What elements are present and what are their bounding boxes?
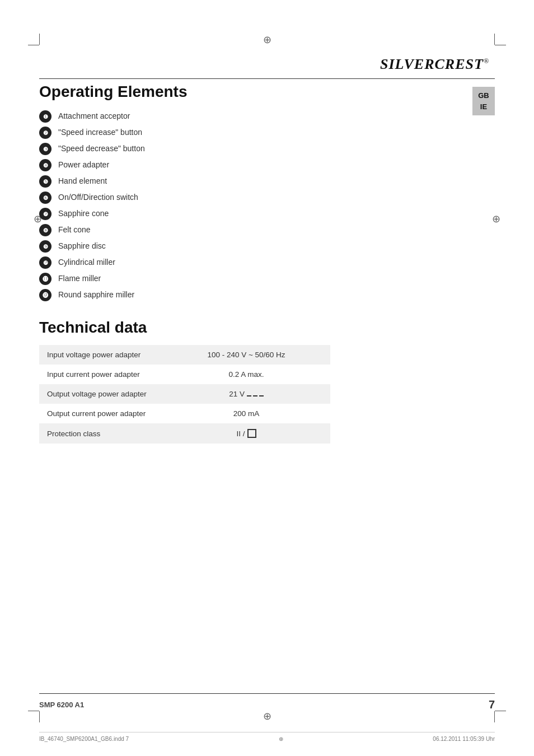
item-text-4: Power adapter: [58, 160, 109, 171]
main-content: Operating Elements ❶ Attachment acceptor…: [39, 83, 467, 444]
corner-mark-tr-v: [494, 34, 495, 45]
table-row: Output current power adapter 200 mA: [39, 404, 330, 423]
item-text-7: Sapphire cone: [58, 208, 109, 220]
page: ⊕ ⊕ ⊕ SILVERCREST® GB IE Operating Eleme…: [0, 0, 534, 756]
list-item: ❿ Cylindrical miller: [39, 257, 467, 269]
item-text-11: Flame miller: [58, 273, 101, 284]
dc-line-2: [253, 395, 257, 396]
value-output-current: 200 mA: [162, 404, 330, 423]
table-row: Output voltage power adapter 21 V: [39, 384, 330, 404]
corner-mark-bl-h: [28, 711, 39, 711]
file-name: IB_46740_SMP6200A1_GB6.indd 7: [39, 736, 129, 742]
param-output-current: Output current power adapter: [39, 404, 162, 423]
item-number-9: ❾: [39, 240, 51, 253]
item-number-3: ❸: [39, 143, 51, 155]
header-rule: [39, 78, 495, 79]
item-number-1: ❶: [39, 110, 51, 123]
item-text-3: "Speed decrease" button: [58, 143, 145, 155]
list-item: ❶ Attachment acceptor: [39, 111, 467, 123]
lang-ie: IE: [475, 101, 492, 113]
dc-line-1: [247, 395, 251, 396]
item-text-6: On/Off/Direction switch: [58, 192, 138, 203]
item-number-11: ⓫: [39, 273, 51, 285]
list-item: ❹ Power adapter: [39, 160, 467, 172]
param-input-current: Input current power adapter: [39, 365, 162, 384]
dc-symbol: [247, 395, 264, 396]
crosshair-right: ⊕: [492, 213, 500, 225]
item-number-2: ❷: [39, 127, 51, 139]
technical-data-table: Input voltage power adapter 100 - 240 V …: [39, 345, 330, 444]
corner-mark-tl-h: [28, 45, 39, 45]
value-output-voltage: 21 V: [162, 384, 330, 404]
table-row: Protection class II /: [39, 423, 330, 444]
item-number-7: ❼: [39, 208, 51, 220]
table-row: Input current power adapter 0.2 A max.: [39, 365, 330, 384]
item-number-4: ❹: [39, 159, 51, 171]
item-text-12: Round sapphire miller: [58, 290, 134, 301]
brand-name: SILVERCREST®: [380, 56, 489, 72]
value-input-voltage: 100 - 240 V ~ 50/60 Hz: [162, 345, 330, 365]
list-item: ❾ Sapphire disc: [39, 241, 467, 253]
footer-content: SMP 6200 A1 7: [39, 698, 495, 711]
operating-elements-list: ❶ Attachment acceptor ❷ "Speed increase"…: [39, 111, 467, 302]
page-footer: SMP 6200 A1 7: [39, 693, 495, 711]
value-input-current: 0.2 A max.: [162, 365, 330, 384]
list-item: ⓬ Round sapphire miller: [39, 290, 467, 302]
item-number-8: ❽: [39, 224, 51, 236]
list-item: ❷ "Speed increase" button: [39, 127, 467, 139]
dc-line-3: [259, 395, 264, 396]
brand-area: SILVERCREST®: [380, 56, 489, 73]
corner-mark-br-v: [494, 711, 495, 722]
file-footer: IB_46740_SMP6200A1_GB6.indd 7 ⊕ 06.12.20…: [39, 732, 495, 742]
item-text-9: Sapphire disc: [58, 241, 106, 252]
corner-mark-tl-v: [39, 34, 40, 45]
lang-gb: GB: [475, 90, 492, 101]
list-item: ⓫ Flame miller: [39, 273, 467, 286]
item-number-6: ❻: [39, 192, 51, 204]
file-datetime: 06.12.2011 11:05:39 Uhr: [433, 736, 495, 742]
param-output-voltage: Output voltage power adapter: [39, 384, 162, 404]
item-number-12: ⓬: [39, 289, 51, 301]
item-number-10: ❿: [39, 256, 51, 269]
list-item: ❽ Felt cone: [39, 225, 467, 237]
protection-class-ii: II /: [236, 430, 245, 438]
corner-mark-bl-v: [39, 711, 40, 722]
table-row: Input voltage power adapter 100 - 240 V …: [39, 345, 330, 365]
footer-model: SMP 6200 A1: [39, 701, 84, 709]
param-input-voltage: Input voltage power adapter: [39, 345, 162, 365]
item-number-5: ❺: [39, 175, 51, 188]
brand-logo: SILVERCREST®: [380, 56, 489, 73]
item-text-2: "Speed increase" button: [58, 127, 142, 138]
list-item: ❻ On/Off/Direction switch: [39, 192, 467, 204]
item-text-1: Attachment acceptor: [58, 111, 130, 122]
list-item: ❸ "Speed decrease" button: [39, 143, 467, 156]
operating-elements-heading: Operating Elements: [39, 83, 467, 101]
corner-mark-br-h: [495, 711, 506, 711]
protection-class-square: [247, 429, 256, 438]
item-text-8: Felt cone: [58, 225, 91, 236]
protection-class-value: II /: [236, 429, 256, 438]
file-crosshair: ⊕: [279, 736, 283, 742]
list-item: ❼ Sapphire cone: [39, 208, 467, 221]
value-protection-class: II /: [162, 423, 330, 444]
lang-badge: GB IE: [472, 87, 495, 115]
footer-page: 7: [489, 698, 495, 711]
footer-rule: [39, 693, 495, 694]
list-item: ❺ Hand element: [39, 176, 467, 188]
brand-registered: ®: [484, 57, 489, 65]
corner-mark-tr-h: [495, 45, 506, 45]
crosshair-bottom: ⊕: [263, 710, 271, 722]
item-text-5: Hand element: [58, 176, 107, 187]
crosshair-top: ⊕: [263, 34, 271, 46]
item-text-10: Cylindrical miller: [58, 257, 115, 268]
technical-data-heading: Technical data: [39, 319, 467, 337]
output-voltage-text: 21 V: [229, 390, 245, 398]
param-protection-class: Protection class: [39, 423, 162, 444]
